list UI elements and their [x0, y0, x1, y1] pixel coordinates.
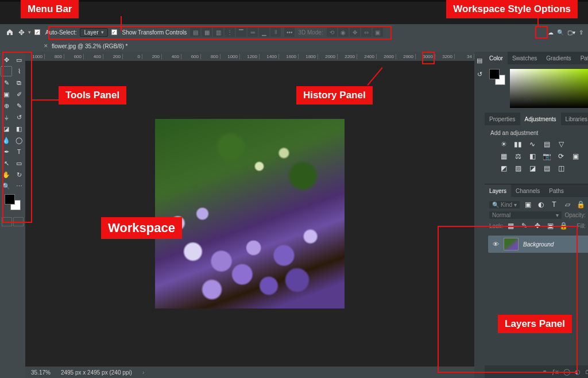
zoom-tool[interactable]: 🔍 [1, 181, 12, 191]
home-icon[interactable] [5, 27, 15, 37]
brightness-icon[interactable]: ☀ [498, 140, 509, 149]
visibility-icon[interactable]: 👁 [493, 241, 499, 248]
kind-filter[interactable]: 🔍Kind ▾ [489, 201, 520, 209]
search-icon[interactable]: 🔍 [557, 29, 564, 36]
crop-tool[interactable]: ⧉ [13, 78, 25, 88]
lock-nest-icon[interactable]: ▣ [546, 221, 556, 230]
gradient-map-icon[interactable]: ▤ [541, 164, 552, 173]
document-image[interactable] [155, 119, 345, 308]
move-tool[interactable]: ✥ [1, 55, 12, 65]
color-balance-icon[interactable]: ⚖ [513, 152, 523, 161]
eraser-tool[interactable]: ◪ [1, 124, 12, 134]
show-transform-checkbox[interactable]: ✓ [111, 29, 117, 35]
layer-item-background[interactable]: 👁 Background 🔒 [488, 236, 588, 253]
path-tool[interactable]: ↖ [1, 158, 12, 168]
color-picker[interactable] [510, 69, 588, 108]
filter-type-icon[interactable]: T [549, 200, 559, 209]
chevron-down-icon[interactable]: ▾ [28, 29, 31, 35]
gradient-tool[interactable]: ◧ [13, 124, 25, 134]
shape-tool[interactable]: ▭ [13, 158, 25, 168]
stamp-tool[interactable]: ⏚ [1, 112, 12, 122]
bw-icon[interactable]: ◧ [527, 152, 537, 161]
share-icon[interactable]: ⇪ [579, 29, 583, 36]
layer-dropdown[interactable]: Layer▾ [80, 28, 107, 37]
dodge-tool[interactable]: ◯ [13, 135, 25, 145]
posterize-icon[interactable]: ▨ [513, 164, 523, 173]
tab-adjustments[interactable]: Adjustments [520, 113, 561, 125]
align-center-h-icon[interactable]: ▦ [202, 28, 212, 37]
distribute-icon[interactable]: ⫴ [270, 28, 281, 37]
auto-select-checkbox[interactable]: ✓ [34, 29, 40, 35]
document-tab[interactable]: flower.jpg @ 35.2% (RGB/8) * [52, 43, 127, 49]
link-layers-icon[interactable]: ⚭ [542, 368, 547, 376]
eyedropper-tool[interactable]: ✐ [13, 89, 25, 99]
align-top-icon[interactable]: ▔ [236, 28, 246, 37]
lock-trans-icon[interactable]: ▦ [506, 221, 516, 230]
marquee-tool[interactable] [1, 66, 12, 76]
hue-icon[interactable]: ▦ [498, 152, 509, 161]
history-brush-tool[interactable]: ↺ [13, 112, 25, 122]
layer-name[interactable]: Background [523, 241, 554, 248]
canvas[interactable] [25, 61, 474, 367]
levels-icon[interactable]: ▮▮ [513, 140, 523, 149]
align-left-icon[interactable]: ▤ [190, 28, 200, 37]
invert-icon[interactable]: ◩ [498, 164, 509, 173]
workspace-switcher-icon[interactable]: ▢▾ [567, 29, 575, 36]
filter-adjust-icon[interactable]: ◐ [536, 200, 546, 209]
lock-paint-icon[interactable]: ✎ [519, 221, 529, 230]
selective-color-icon[interactable]: ◫ [556, 164, 566, 173]
exposure-icon[interactable]: ▤ [541, 140, 552, 149]
tab-swatches[interactable]: Swatches [508, 52, 541, 64]
blur-tool[interactable]: 💧 [1, 135, 12, 145]
actions-panel-icon[interactable]: ↺ [474, 69, 485, 79]
tab-properties[interactable]: Properties [485, 113, 520, 125]
lasso-tool[interactable]: ⌇ [13, 66, 25, 76]
tab-color[interactable]: Color [485, 52, 508, 64]
pen-tool[interactable]: ✒ [1, 146, 12, 157]
channel-mixer-icon[interactable]: ⟳ [556, 152, 566, 161]
type-tool[interactable]: T [13, 146, 25, 157]
zoom-level[interactable]: 35.17% [31, 369, 51, 376]
move-tool-icon[interactable]: ✥ [18, 28, 25, 37]
filter-shape-icon[interactable]: ▱ [562, 200, 572, 209]
color-swatches[interactable] [5, 194, 21, 210]
artboard-tool[interactable]: ▭ [13, 55, 25, 65]
color-lookup-icon[interactable]: ▣ [570, 152, 581, 161]
filter-image-icon[interactable]: ▣ [523, 200, 533, 209]
photo-filter-icon[interactable]: 📷 [541, 152, 552, 161]
quick-select-tool[interactable]: ✎ [1, 78, 12, 88]
tab-layers[interactable]: Layers [485, 184, 511, 197]
blend-mode-dropdown[interactable]: Normal▾ [489, 211, 562, 219]
cloud-icon[interactable]: ☁ [548, 29, 554, 36]
rotate-tool[interactable]: ↻ [13, 169, 25, 180]
vibrance-icon[interactable]: ▽ [556, 140, 566, 149]
lock-pos-icon[interactable]: ✥ [532, 221, 543, 230]
mask-icon[interactable]: ◯ [563, 368, 570, 376]
align-center-v-icon[interactable]: ═ [247, 28, 258, 37]
align-right-icon[interactable]: ▥ [213, 28, 223, 37]
lock-all-icon[interactable]: 🔒 [559, 221, 569, 230]
tab-patterns[interactable]: Patterns [576, 52, 588, 64]
frame-tool[interactable]: ▣ [1, 89, 12, 99]
threshold-icon[interactable]: ◪ [527, 164, 537, 173]
group-icon[interactable]: 🗀 [585, 368, 588, 375]
filter-smart-icon[interactable]: 🔒 [575, 200, 586, 209]
tab-paths[interactable]: Paths [544, 184, 568, 197]
quick-mask-tool[interactable] [2, 217, 12, 226]
layer-thumbnail[interactable] [504, 238, 519, 250]
hand-tool[interactable]: ✋ [1, 169, 12, 180]
heal-tool[interactable]: ⊕ [1, 101, 12, 111]
tab-gradients[interactable]: Gradients [541, 52, 575, 64]
brush-tool[interactable]: ✎ [13, 101, 25, 111]
extra-tool[interactable]: ⋯ [13, 181, 25, 191]
fx-icon[interactable]: ƒx [552, 368, 559, 375]
close-icon[interactable]: ✕ [44, 43, 48, 49]
screen-mode-tool[interactable] [13, 217, 24, 226]
curves-icon[interactable]: ∿ [527, 140, 537, 149]
history-panel-icon[interactable]: ▤ [474, 55, 485, 65]
align-bottom-icon[interactable]: ▁ [259, 28, 269, 37]
new-adjustment-icon[interactable]: ◐ [575, 368, 581, 376]
tab-channels[interactable]: Channels [511, 184, 544, 197]
more-icon[interactable]: ••• [284, 28, 295, 37]
tab-libraries[interactable]: Libraries [561, 113, 588, 125]
